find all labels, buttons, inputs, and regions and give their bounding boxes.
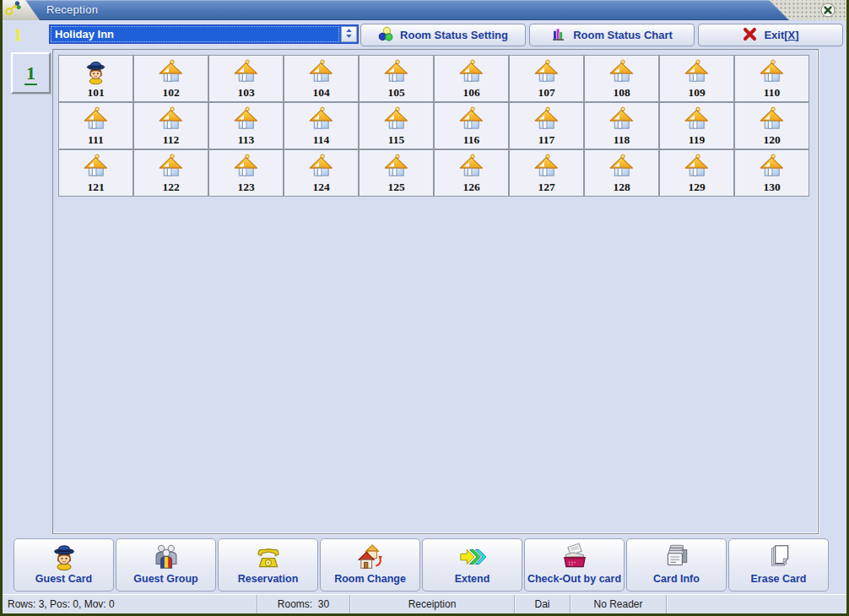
room-cell-120[interactable]: 120 <box>734 102 809 149</box>
hotel-select-value: Holiday Inn <box>51 26 339 42</box>
room-cell-103[interactable]: 103 <box>208 55 284 102</box>
erase-card-icon <box>765 542 793 572</box>
room-cell-118[interactable]: 118 <box>584 102 659 149</box>
group-icon <box>152 542 181 572</box>
house-icon <box>458 105 484 133</box>
room-cell-121[interactable]: 121 <box>58 149 133 197</box>
house-icon <box>383 153 409 181</box>
room-cell-111[interactable]: 111 <box>58 102 133 149</box>
room-cell-101[interactable]: 101 <box>58 55 133 102</box>
extend-button[interactable]: Extend <box>422 538 522 592</box>
house-icon <box>759 153 785 181</box>
phone-icon <box>254 542 283 572</box>
room-cell-109[interactable]: 109 <box>659 55 734 102</box>
status-grid-position: Rows: 3, Pos: 0, Mov: 0 <box>3 595 257 613</box>
room-number: 118 <box>614 133 630 146</box>
room-cell-102[interactable]: 102 <box>133 55 208 102</box>
house-icon <box>458 153 484 181</box>
titlebar: Reception <box>3 0 846 20</box>
room-number: 113 <box>238 133 255 146</box>
room-number: 105 <box>387 86 404 99</box>
bar-chart-icon <box>551 26 567 45</box>
toolbar-button-label: Card Info <box>653 572 700 586</box>
room-number: 126 <box>462 181 479 193</box>
room-cell-128[interactable]: 128 <box>584 149 659 197</box>
house-icon <box>533 153 560 181</box>
room-cell-119[interactable]: 119 <box>659 102 734 149</box>
house-icon <box>684 153 710 181</box>
room-number: 103 <box>237 86 254 99</box>
floor-tab-1[interactable]: 1 <box>11 52 51 94</box>
room-cell-124[interactable]: 124 <box>284 149 359 197</box>
room-cell-104[interactable]: 104 <box>284 55 359 102</box>
room-cell-126[interactable]: 126 <box>434 149 509 197</box>
room-change-button[interactable]: Room Change <box>320 538 420 592</box>
house-icon <box>158 105 184 133</box>
status-circles-icon <box>378 26 394 45</box>
room-cell-114[interactable]: 114 <box>284 102 359 149</box>
content-area: 1 Holiday Inn Room Status Setting Room S… <box>3 20 846 613</box>
room-cell-107[interactable]: 107 <box>509 55 584 102</box>
room-number: 115 <box>388 133 405 146</box>
room-number: 124 <box>312 181 329 193</box>
house-icon <box>383 58 409 86</box>
house-icon <box>533 58 560 86</box>
house-icon <box>533 105 560 133</box>
house-icon <box>759 58 785 86</box>
reservation-button[interactable]: Reservation <box>218 538 318 592</box>
room-cell-113[interactable]: 113 <box>208 102 284 149</box>
guest-group-button[interactable]: Guest Group <box>116 538 216 592</box>
room-cell-129[interactable]: 129 <box>659 149 734 197</box>
room-cell-125[interactable]: 125 <box>359 149 434 197</box>
hotel-select-dropdown-button[interactable] <box>341 26 357 42</box>
room-number: 110 <box>764 86 781 99</box>
house-icon <box>158 58 184 86</box>
house-icon <box>684 58 710 86</box>
guest-card-button[interactable]: Guest Card <box>14 538 114 592</box>
room-cell-106[interactable]: 106 <box>434 55 509 102</box>
exit-button[interactable]: Exit[X] <box>698 24 843 46</box>
room-number: 129 <box>688 181 705 193</box>
house-icon <box>158 153 184 181</box>
room-number: 101 <box>87 86 104 99</box>
room-number: 121 <box>87 181 104 193</box>
room-number: 104 <box>312 86 329 99</box>
room-cell-123[interactable]: 123 <box>208 149 284 197</box>
room-number: 119 <box>689 133 706 146</box>
room-number: 102 <box>162 86 179 99</box>
room-number: 125 <box>387 181 404 193</box>
room-status-chart-button[interactable]: Room Status Chart <box>529 24 695 46</box>
room-cell-117[interactable]: 117 <box>509 102 584 149</box>
room-number: 130 <box>763 181 780 193</box>
close-button[interactable] <box>820 3 835 18</box>
toolbar-button-label: Room Change <box>334 572 406 586</box>
exit-label: Exit[X] <box>764 29 798 41</box>
room-cell-122[interactable]: 122 <box>133 149 208 197</box>
checkout-box-icon <box>560 542 589 572</box>
status-operator: Dai <box>515 595 571 613</box>
erase-card-button[interactable]: Erase Card <box>728 538 829 592</box>
extend-arrows-icon <box>458 542 487 572</box>
room-cell-115[interactable]: 115 <box>359 102 434 149</box>
house-icon <box>608 153 635 181</box>
toolbar-button-label: Erase Card <box>750 572 806 586</box>
house-icon <box>308 153 334 181</box>
room-cell-108[interactable]: 108 <box>584 55 659 102</box>
room-cell-105[interactable]: 105 <box>359 55 434 102</box>
hotel-select[interactable]: Holiday Inn <box>49 24 359 44</box>
room-cell-130[interactable]: 130 <box>734 149 809 197</box>
check-out-by-card-button[interactable]: Check-Out by card <box>524 538 625 592</box>
room-grid: 1011021031041051061071081091101111121131… <box>58 55 809 197</box>
room-cell-116[interactable]: 116 <box>434 102 509 149</box>
room-status-setting-button[interactable]: Room Status Setting <box>360 24 526 46</box>
key-icon <box>4 0 21 20</box>
room-cell-127[interactable]: 127 <box>509 149 584 197</box>
room-cell-112[interactable]: 112 <box>133 102 208 149</box>
card-info-button[interactable]: Card Info <box>626 538 727 592</box>
room-cell-110[interactable]: 110 <box>734 55 809 102</box>
room-change-icon <box>356 542 385 572</box>
room-number: 107 <box>538 86 554 99</box>
house-icon <box>233 58 259 86</box>
house-icon <box>608 58 635 86</box>
room-number: 122 <box>162 181 179 193</box>
